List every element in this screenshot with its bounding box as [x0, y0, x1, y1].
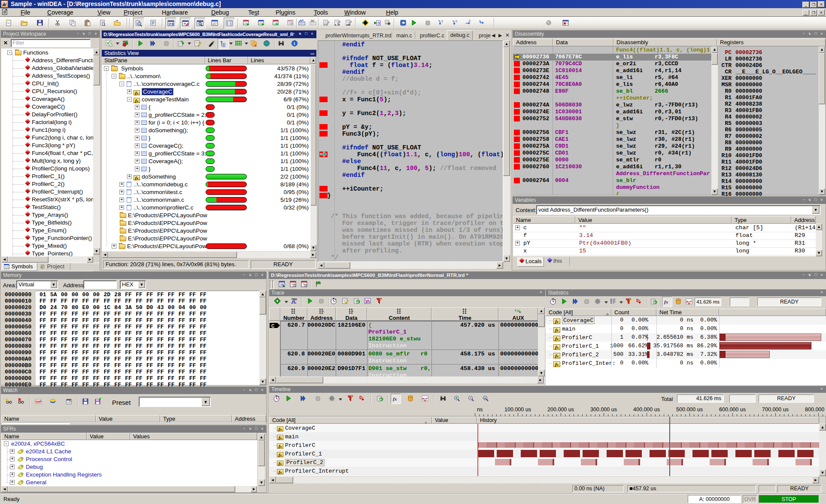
- svg-text:H: H: [322, 310, 323, 313]
- svg-text:i: i: [294, 41, 295, 46]
- svg-text:1: 1: [515, 309, 516, 312]
- svg-text:0: 0: [359, 395, 362, 400]
- svg-text:S: S: [377, 21, 380, 25]
- svg-text:0: 0: [636, 298, 639, 303]
- svg-text:0xF: 0xF: [36, 400, 42, 404]
- svg-text:TRIG: TRIG: [292, 298, 297, 301]
- svg-text:B.: B.: [519, 311, 522, 313]
- svg-text:A: A: [484, 397, 486, 400]
- svg-text:xx: xx: [365, 301, 367, 304]
- svg-text:H: H: [351, 310, 353, 313]
- svg-text:C: C: [271, 324, 274, 328]
- svg-text:fx: fx: [664, 299, 668, 304]
- svg-text:fx: fx: [393, 396, 397, 401]
